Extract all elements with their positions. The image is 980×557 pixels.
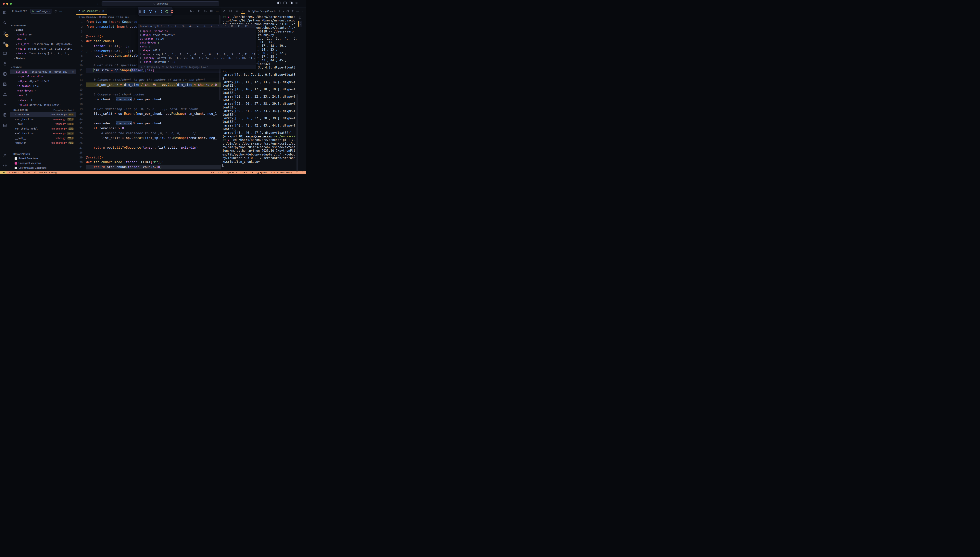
julia-env-status[interactable]: Julia env: [loading] (38, 171, 57, 174)
tooltip-property-row[interactable]: value: array([ 0., 1., 2., 3., 4., 5., 6… (138, 52, 256, 56)
python-interpreter-status[interactable]: 3.10.12 ('venv': venv) (270, 171, 292, 174)
breakpoint-row[interactable]: Raised Exceptions (10, 156, 76, 161)
watch-row[interactable]: dtype: dtype('int64') (10, 79, 76, 84)
line-number[interactable]: 11 (76, 68, 86, 73)
drag-handle[interactable] (139, 10, 141, 13)
panel-more-actions-icon[interactable]: ··· (296, 10, 299, 13)
activity-bar-item[interactable] (0, 18, 10, 28)
line-number[interactable]: 23 (76, 126, 86, 131)
line-number[interactable]: 26 (76, 140, 86, 145)
line-number[interactable]: 19 (76, 107, 86, 112)
code-line[interactable]: 20 list_split = op.Expand(num_per_chunk,… (76, 111, 221, 116)
indentation-status[interactable]: Spaces: 4 (227, 171, 237, 174)
breakpoint-checkbox[interactable] (15, 167, 17, 169)
line-number[interactable]: 22 (76, 121, 86, 126)
variable-row[interactable]: dim_size: Tensor(array(48, dtype=int6… (10, 42, 76, 46)
line-number[interactable]: 9 (76, 58, 86, 63)
split-editor-icon[interactable] (210, 10, 213, 13)
variables-section-header[interactable]: VARIABLES (10, 23, 76, 28)
step-out-button[interactable] (160, 10, 163, 13)
call-stack-frame[interactable]: __call__ values.py 508:1 (10, 136, 76, 140)
open-changes-icon[interactable] (198, 10, 201, 13)
code-line[interactable]: 22 remainder = dim_size % num_per_chunk (76, 121, 221, 126)
breakpoint-row[interactable]: Uncaught Exceptions (10, 161, 76, 166)
more-actions-icon[interactable]: ··· (59, 10, 62, 13)
code-line[interactable]: 25 list_split = op.Concat(list_split, op… (76, 135, 221, 140)
call-stack-frame[interactable]: eval_function evaluator.py 313:1 (10, 131, 76, 136)
close-panel-icon[interactable] (301, 10, 304, 13)
code-line[interactable]: 17 num_chunk = dim_size / num_per_chunk (76, 97, 221, 102)
close-window-button[interactable] (3, 3, 5, 5)
output-tab-icon[interactable] (228, 8, 233, 15)
activity-bar-item[interactable] (0, 99, 10, 110)
activity-bar-item[interactable] (0, 8, 10, 18)
step-over-button[interactable] (148, 10, 152, 13)
activity-bar-item[interactable]: 19 (0, 28, 10, 38)
line-number[interactable]: 4 (76, 34, 86, 39)
continue-button[interactable] (143, 10, 147, 13)
navigate-back-icon[interactable]: ← (89, 2, 92, 5)
watch-row[interactable]: special variables (10, 74, 76, 79)
toggle-sidebar-icon[interactable] (277, 2, 281, 4)
line-number[interactable]: 10 (76, 63, 86, 68)
line-number[interactable]: 30 (76, 160, 86, 165)
line-number[interactable]: 27 (76, 145, 86, 150)
breakpoint-checkbox[interactable] (15, 157, 17, 160)
debugpy-status[interactable] (34, 171, 36, 174)
line-number[interactable]: 7 (76, 49, 86, 54)
code-line[interactable]: 19 # Get something like [n, n, n, n, ...… (76, 107, 221, 112)
code-line[interactable]: 18 (76, 102, 221, 107)
debug-config-dropdown[interactable]: No Configur (30, 9, 52, 13)
activity-bar-item[interactable] (0, 110, 10, 120)
debug-session-icon[interactable] (298, 21, 302, 26)
line-number[interactable]: 16 (76, 92, 86, 97)
code-line[interactable]: 21 (76, 116, 221, 121)
activity-bar-item[interactable] (0, 160, 10, 171)
kill-terminal-icon[interactable] (291, 10, 294, 13)
editor-more-actions-icon[interactable]: ··· (216, 10, 219, 13)
variable-row[interactable]: Locals (10, 28, 76, 32)
line-number[interactable]: 29 (76, 155, 86, 160)
watch-row[interactable]: dim_size: Tensor(array(48, dtype=in… ✕ (10, 70, 76, 74)
terminal-scrollbar[interactable] (297, 94, 298, 173)
watch-row[interactable]: onnx_dtype: 7 (10, 88, 76, 93)
terminal-dropdown-icon[interactable] (283, 10, 284, 11)
restart-button[interactable] (165, 10, 168, 13)
minimize-window-button[interactable] (6, 3, 8, 5)
tooltip-property-row[interactable]: rank: 1 (138, 44, 256, 49)
terminal-session-label[interactable]: Python Debug Console (248, 10, 276, 13)
problems-status[interactable]: 0 0 (23, 171, 32, 174)
line-number[interactable]: 20 (76, 111, 86, 116)
language-mode-status[interactable]: { }Python (256, 171, 267, 174)
line-number[interactable]: 15 (76, 87, 86, 92)
breakpoint-checkbox[interactable] (15, 162, 17, 164)
line-number[interactable]: 25 (76, 135, 86, 140)
line-number[interactable]: 12 (76, 73, 86, 78)
code-line[interactable]: 1 from typing import Sequence (76, 20, 221, 24)
split-terminal-icon[interactable] (286, 10, 289, 13)
eol-status[interactable]: LF (250, 171, 253, 174)
customize-layout-icon[interactable] (295, 2, 298, 4)
cursor-position-status[interactable]: Ln 11, Col 6 (211, 171, 223, 174)
start-debug-icon[interactable] (32, 10, 34, 13)
line-number[interactable]: 31 (76, 165, 86, 169)
variable-row[interactable]: chunks: 10 (10, 32, 76, 37)
line-number[interactable]: 24 (76, 131, 86, 136)
encoding-status[interactable]: UTF-8 (240, 171, 247, 174)
tooltip-property-row[interactable]: onnx_dtype: 1 (138, 41, 256, 45)
watch-section-header[interactable]: WATCH (10, 65, 76, 70)
run-python-file-icon[interactable] (189, 10, 193, 13)
breadcrumb-symbol[interactable]: dim_size (120, 16, 129, 18)
variable-row[interactable]: dim: 0 (10, 37, 76, 42)
tooltip-property-row[interactable]: _nparray: array([ 0., 1., 2., 3., 4., 5.… (138, 56, 256, 60)
line-number[interactable]: 5 (76, 39, 86, 44)
watch-row[interactable]: rank: 0 (10, 93, 76, 98)
chevron-down-icon[interactable] (193, 10, 195, 12)
code-line[interactable]: 15 (76, 87, 221, 92)
toggle-secondary-sidebar-icon[interactable] (289, 2, 292, 4)
activity-bar-item[interactable] (0, 59, 10, 69)
command-center-search[interactable]: onnxscript (101, 2, 219, 6)
code-line[interactable]: 13 # Compute size/chunk to get the numbe… (76, 78, 221, 83)
call-stack-frame[interactable]: <module> ten_chunks.py 41:1 (10, 140, 76, 145)
tooltip-property-row[interactable]: is_scalar: False (138, 37, 256, 41)
